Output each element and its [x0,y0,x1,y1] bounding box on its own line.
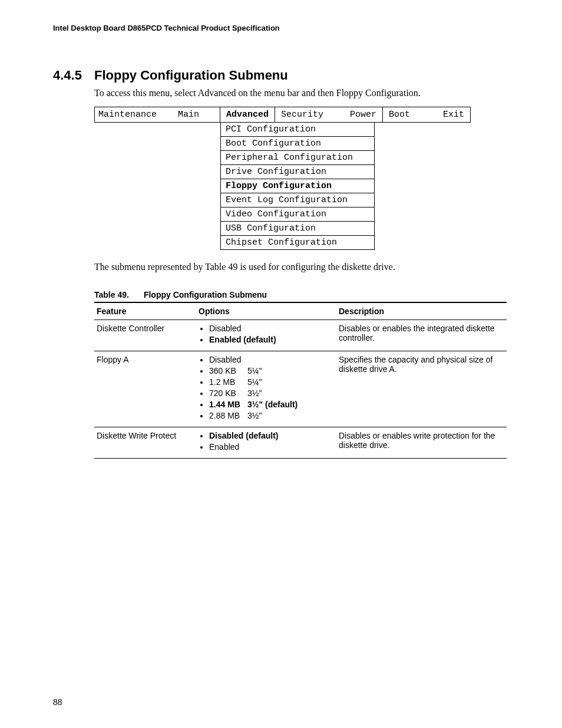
description-cell: Specifies the capacity and physical size… [336,351,507,427]
page-number: 88 [53,697,62,707]
submenu-item: Floppy Configuration [220,179,375,193]
menubar-trailing: Boot Exit [383,107,471,123]
table-title: Floppy Configuration Submenu [144,290,267,299]
submenu-item: Drive Configuration [220,165,375,179]
table-header: Options [196,302,336,320]
feature-cell: Floppy A [94,351,196,427]
bios-submenu: PCI ConfigurationBoot ConfigurationPerip… [220,123,375,250]
menubar-item-active: Advanced [220,107,275,123]
table-header: Feature [94,302,196,320]
option-item: 1.2 MB5¼" [209,377,334,387]
submenu-item: Event Log Configuration [220,193,375,207]
table-number: Table 49. [94,290,141,299]
intro-paragraph: To access this menu, select Advanced on … [94,88,515,98]
feature-cell: Diskette Controller [94,320,196,351]
spec-table: Feature Options Description Diskette Con… [94,302,507,459]
options-cell: DisabledEnabled (default) [196,320,336,351]
option-item: 720 KB3½" [209,388,334,398]
table-row: Floppy ADisabled360 KB5¼"1.2 MB5¼"720 KB… [94,351,507,427]
menubar-item: Main [178,110,199,120]
running-header: Intel Desktop Board D865PCD Technical Pr… [53,24,515,32]
menubar-item: Power [350,110,376,120]
menubar-item: Security [281,110,323,120]
description-cell: Disables or enables the integrated diske… [336,320,507,351]
table-caption: Table 49. Floppy Configuration Submenu [94,290,515,299]
submenu-item: Chipset Configuration [220,236,375,250]
section-number: 4.4.5 [53,68,94,83]
option-item: Enabled [209,442,334,452]
option-item: 360 KB5¼" [209,366,334,375]
submenu-item: Boot Configuration [220,137,375,151]
submenu-item: Video Configuration [220,207,375,222]
table-header: Description [336,302,507,320]
table-row: Diskette Write ProtectDisabled (default)… [94,427,507,459]
option-item: 1.44 MB3½" (default) [209,400,334,409]
feature-cell: Diskette Write Protect [94,427,196,459]
description-cell: Disables or enables write protection for… [336,427,507,459]
menubar-item: Boot [389,110,410,120]
option-item: Disabled [209,324,334,333]
after-menu-paragraph: The submenu represented by Table 49 is u… [94,262,515,272]
submenu-item: Peripheral Configuration [220,151,375,165]
options-cell: Disabled360 KB5¼"1.2 MB5¼"720 KB3½"1.44 … [196,351,336,427]
bios-menubar: Maintenance Main Advanced Security Power… [94,107,507,123]
menubar-item: Exit [443,110,464,120]
menubar-item: Security Power [275,107,383,123]
options-cell: Disabled (default)Enabled [196,427,336,459]
bios-menu-diagram: Maintenance Main Advanced Security Power… [94,107,507,250]
submenu-item: USB Configuration [220,222,375,236]
option-item: 2.88 MB3½" [209,411,334,420]
option-item: Disabled [209,355,334,364]
menubar-item: Maintenance [98,110,157,120]
section-heading: 4.4.5 Floppy Configuration Submenu [53,68,515,83]
section-title: Floppy Configuration Submenu [94,68,288,83]
option-item: Disabled (default) [209,431,334,440]
submenu-item: PCI Configuration [220,123,375,137]
option-item: Enabled (default) [209,335,334,344]
menubar-leading: Maintenance Main [94,107,220,123]
table-row: Diskette ControllerDisabledEnabled (defa… [94,320,507,351]
